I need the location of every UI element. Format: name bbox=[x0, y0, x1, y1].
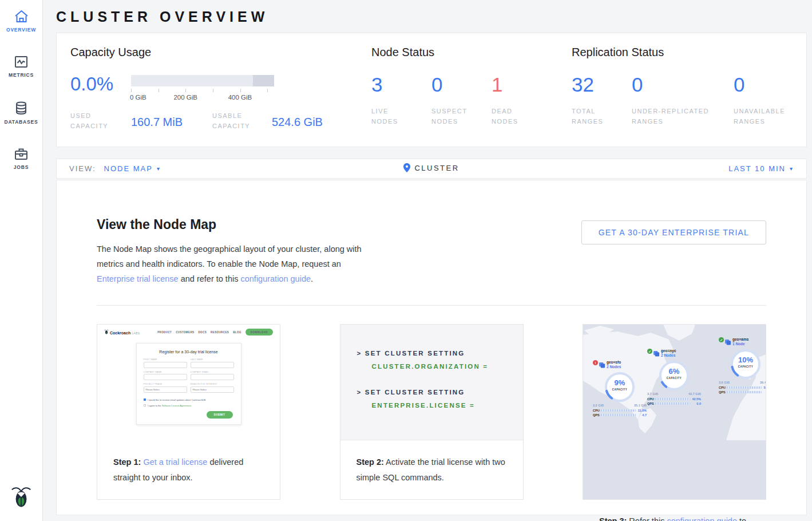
total-gib: 35.1 GiB bbox=[634, 404, 647, 407]
view-toolbar: VIEW: NODE MAP ▾ CLUSTER LAST 10 MIN ▾ bbox=[56, 159, 807, 179]
sidebar-item-jobs[interactable]: JOBS bbox=[0, 147, 42, 183]
node-map-preview: ! geo=sfo 2 Nodes 9 bbox=[583, 325, 766, 499]
sidebar-item-label: METRICS bbox=[9, 72, 34, 78]
region-name: geo=ams bbox=[732, 337, 748, 342]
region-widget-sfo: ! geo=sfo 2 Nodes 9 bbox=[593, 360, 647, 417]
enterprise-trial-button[interactable]: GET A 30-DAY ENTERPRISE TRIAL bbox=[581, 220, 766, 244]
capacity-bar-segment bbox=[253, 75, 275, 86]
capacity-gauge: 6% CAPACITY bbox=[658, 360, 690, 392]
sql-line: ENTERPRISE.LICENSE = bbox=[372, 402, 523, 409]
sql-commands-block: > SET CLUSTER SETTING CLUSTER.ORGANIZATI… bbox=[340, 325, 523, 440]
capacity-gauge: 10% CAPACITY bbox=[730, 348, 762, 380]
cpu-bar bbox=[727, 386, 762, 389]
qps-bar bbox=[601, 414, 636, 416]
view-label: VIEW: bbox=[69, 164, 96, 173]
cpu-value: 42.5% bbox=[692, 397, 701, 401]
cpu-value: 58.3% bbox=[763, 386, 766, 389]
node-status-section: Node Status 3 LIVE NODES 0 SUSPECT NODES… bbox=[371, 46, 572, 147]
used-gib: 3.7 GiB bbox=[647, 392, 658, 396]
capacity-usage-section: Capacity Usage 0.0% 0 GiB 200 GiB 400 Gi… bbox=[70, 46, 371, 147]
capacity-percent: 6% bbox=[658, 368, 690, 376]
dead-nodes-metric: 1 DEAD NODES bbox=[492, 74, 552, 127]
metric-value: 32 bbox=[572, 74, 632, 96]
briefcase-icon bbox=[14, 147, 29, 161]
enterprise-trial-license-link[interactable]: Enterprise trial license bbox=[97, 274, 179, 283]
cpu-value: 11.0% bbox=[637, 409, 647, 412]
cockroach-logo-icon bbox=[11, 484, 31, 511]
suspect-nodes-metric: 0 SUSPECT NODES bbox=[431, 74, 492, 127]
section-title: Capacity Usage bbox=[70, 46, 371, 59]
cpu-bar bbox=[601, 409, 636, 412]
view-dropdown[interactable]: NODE MAP bbox=[104, 164, 153, 173]
metric-label: DEAD NODES bbox=[492, 106, 532, 127]
sidebar-item-label: OVERVIEW bbox=[6, 27, 36, 33]
unavailable-ranges-metric: 0 UNAVAILABLE RANGES bbox=[734, 74, 791, 127]
region-widget-ams: ✓ geo=ams 1 Node 10 bbox=[719, 337, 766, 394]
chevron-down-icon[interactable]: ▾ bbox=[157, 165, 161, 172]
configuration-guide-link[interactable]: configuration guide bbox=[240, 274, 311, 283]
usable-capacity-value: 524.6 GiB bbox=[272, 116, 323, 129]
get-trial-license-link[interactable]: Get a trial license bbox=[143, 457, 207, 467]
region-widget-nyc: ✓ geo=nyc 2 Nodes 6 bbox=[647, 349, 701, 405]
qps-value: 4.4 bbox=[763, 390, 766, 394]
home-icon bbox=[14, 9, 29, 23]
sidebar-item-metrics[interactable]: METRICS bbox=[0, 55, 42, 92]
registration-form: Register for a 30-day trial license FIRS… bbox=[136, 343, 241, 425]
sql-line: > SET CLUSTER SETTING bbox=[357, 350, 523, 357]
download-button: DOWNLOAD bbox=[245, 329, 273, 336]
used-gib: 3.2 GiB bbox=[593, 404, 604, 407]
capacity-label: CAPACITY bbox=[730, 365, 762, 368]
sidebar-item-overview[interactable]: OVERVIEW bbox=[0, 9, 42, 46]
metric-label: SUSPECT NODES bbox=[431, 106, 477, 127]
capacity-percent: 0.0% bbox=[70, 74, 131, 102]
region-nodes: 2 Nodes bbox=[661, 353, 676, 358]
axis-tick-label: 200 GiB bbox=[173, 94, 197, 101]
used-capacity-value: 160.7 MiB bbox=[131, 116, 212, 129]
map-pin-icon bbox=[403, 163, 410, 172]
capacity-percent: 9% bbox=[604, 379, 636, 387]
qps-bar bbox=[727, 391, 762, 393]
step1-caption: Step 1: Get a trial license delivered st… bbox=[97, 440, 280, 485]
checkbox-icon bbox=[144, 398, 146, 401]
capacity-percent: 10% bbox=[730, 356, 762, 364]
chevron-down-icon: ▾ bbox=[790, 165, 794, 172]
node-icon bbox=[725, 339, 731, 345]
node-icon bbox=[599, 362, 605, 368]
step3-card: ! geo=sfo 2 Nodes 9 bbox=[583, 324, 766, 500]
step3-caption: Step 3: Refer this configuration guide t… bbox=[583, 499, 766, 521]
axis-tick-label: 400 GiB bbox=[228, 94, 252, 101]
error-badge-icon: ! bbox=[593, 360, 598, 365]
page-title: CLUSTER OVERVIEW bbox=[56, 0, 807, 33]
region-name: geo=sfo bbox=[607, 360, 621, 365]
metric-value: 1 bbox=[492, 74, 552, 96]
metric-label: UNAVAILABLE RANGES bbox=[734, 106, 791, 127]
qps-bar bbox=[655, 402, 690, 405]
region-name: geo=nyc bbox=[661, 349, 676, 353]
cpu-bar bbox=[655, 398, 690, 400]
time-range-dropdown[interactable]: LAST 10 MIN ▾ bbox=[728, 164, 794, 173]
usable-capacity-label: USABLE CAPACITY bbox=[212, 110, 272, 131]
section-title: Node Status bbox=[371, 46, 572, 59]
divider bbox=[97, 305, 766, 306]
step2-card: > SET CLUSTER SETTING CLUSTER.ORGANIZATI… bbox=[340, 324, 524, 500]
ok-badge-icon: ✓ bbox=[647, 349, 652, 354]
sql-line: CLUSTER.ORGANIZATION = bbox=[372, 363, 523, 370]
region-nodes: 2 Nodes bbox=[607, 365, 621, 369]
metric-label: LIVE NODES bbox=[371, 106, 411, 127]
configuration-guide-link[interactable]: configuration guide bbox=[667, 516, 737, 521]
cluster-summary-card: Capacity Usage 0.0% 0 GiB 200 GiB 400 Gi… bbox=[56, 33, 807, 147]
metric-value: 0 bbox=[734, 74, 791, 96]
capacity-gauge: 9% CAPACITY bbox=[604, 371, 636, 403]
used-gib: 3.6 GiB bbox=[719, 381, 730, 384]
metric-value: 3 bbox=[371, 74, 431, 96]
panel-description: The Node Map shows the geographical layo… bbox=[97, 242, 370, 286]
under-replicated-ranges-metric: 0 UNDER-REPLICATED RANGES bbox=[632, 74, 734, 127]
registration-screenshot: CockroachLABS PRODUCTCUSTOMERSDOCSRESOUR… bbox=[97, 325, 280, 440]
checkbox-icon bbox=[144, 404, 146, 407]
sidebar-item-databases[interactable]: DATABASES bbox=[0, 101, 42, 137]
section-title: Replication Status bbox=[572, 46, 806, 59]
breadcrumb-label: CLUSTER bbox=[414, 164, 459, 172]
sidebar-item-label: JOBS bbox=[14, 164, 29, 170]
total-gib: 43.7 GiB bbox=[688, 392, 701, 396]
step1-card: CockroachLABS PRODUCTCUSTOMERSDOCSRESOUR… bbox=[97, 324, 280, 500]
